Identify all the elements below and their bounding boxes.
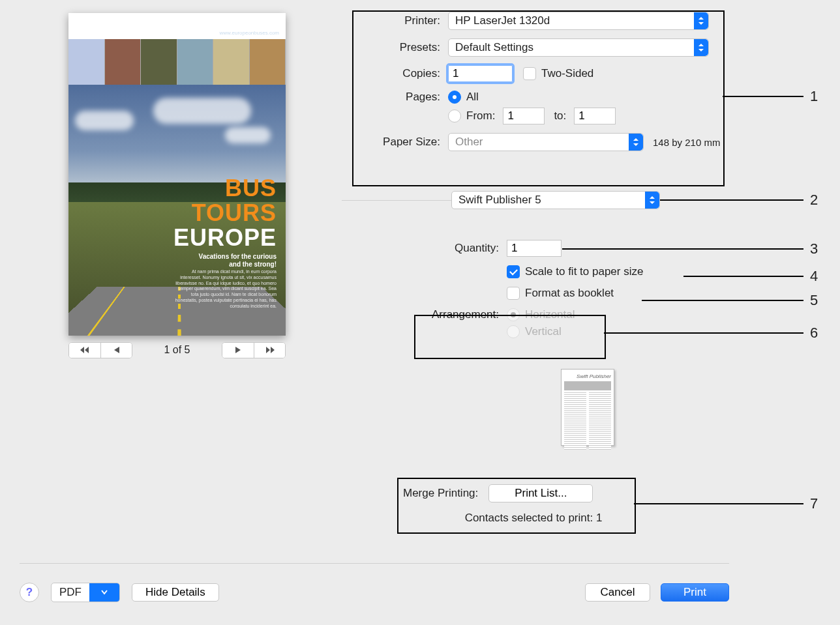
arrangement-thumbnail: Swift Publisher [561, 369, 614, 446]
dialog-bottom-bar: ? PDF Hide Details Cancel Print [0, 579, 749, 605]
pages-all-radio[interactable] [448, 91, 461, 104]
pages-from-radio[interactable] [448, 109, 461, 123]
quantity-label: Quantity: [355, 242, 499, 255]
print-list-button[interactable]: Print List... [488, 484, 593, 502]
chevron-down-icon [89, 583, 119, 602]
pages-to-input[interactable] [574, 108, 616, 124]
presets-select[interactable]: Default Settings [448, 38, 709, 57]
preview-body: At nam prima dicat mundi, in eum corpora… [172, 269, 277, 309]
preview-headline-2: TOURS [173, 201, 277, 225]
paper-size-label: Paper Size: [355, 136, 440, 149]
arrangement-horizontal-label: Horizontal [525, 308, 575, 321]
page-counter: 1 of 5 [164, 344, 190, 356]
first-page-button[interactable] [69, 343, 100, 358]
printer-select[interactable]: HP LaserJet 1320d [448, 12, 709, 30]
callout-3: 3 [810, 240, 818, 257]
next-page-button[interactable] [222, 343, 254, 358]
scale-label: Scale to fit to paper size [525, 265, 643, 278]
preview-headline-3: EUROPE [173, 225, 277, 250]
copies-label: Copies: [355, 67, 440, 80]
hide-details-button[interactable]: Hide Details [132, 583, 219, 602]
merge-status: Contacts selected to print: 1 [403, 512, 664, 525]
app-options-select[interactable]: Swift Publisher 5 [451, 191, 660, 209]
callout-1: 1 [810, 88, 818, 105]
last-page-button[interactable] [254, 343, 285, 358]
pages-from-input[interactable] [503, 108, 545, 124]
scale-checkbox[interactable] [507, 265, 520, 278]
paper-size-dimensions: 148 by 210 mm [653, 137, 720, 148]
preview-nav: 1 of 5 [68, 341, 286, 359]
help-icon: ? [26, 586, 33, 599]
booklet-label: Format as booklet [525, 287, 614, 300]
arrangement-vertical-label: Vertical [525, 325, 562, 338]
separator [20, 563, 729, 564]
pages-label: Pages: [355, 91, 440, 104]
callout-5: 5 [810, 292, 818, 309]
updown-arrows-icon [694, 12, 708, 29]
updown-arrows-icon [645, 192, 659, 209]
arrangement-vertical-radio [507, 325, 520, 338]
preview-company-url: www.europeonbuses.com [206, 31, 279, 36]
pdf-menu-button[interactable]: PDF [51, 583, 120, 602]
printer-label: Printer: [355, 14, 440, 27]
merge-printing: Merge Printing: Print List... Contacts s… [403, 484, 664, 525]
preview-headline-1: BUS [173, 176, 277, 201]
updown-arrows-icon [629, 134, 643, 151]
preview-tagline-1: Vacations for the curious [199, 253, 277, 261]
print-button[interactable]: Print [661, 583, 729, 602]
prev-page-button[interactable] [100, 343, 132, 358]
booklet-checkbox[interactable] [507, 287, 520, 300]
copies-input[interactable] [448, 65, 513, 82]
quantity-input[interactable] [507, 240, 562, 257]
callout-7: 7 [810, 495, 818, 512]
app-settings: Quantity: Scale to fit to paper size For… [355, 240, 721, 347]
help-button[interactable]: ? [20, 583, 39, 602]
preview-tagline-2: and the strong! [199, 261, 277, 269]
cancel-button[interactable]: Cancel [585, 583, 650, 602]
merge-label: Merge Printing: [403, 487, 478, 500]
print-dialog: Europe on Buses Inc. www.europeonbuses.c… [0, 0, 794, 625]
two-sided-checkbox[interactable] [523, 67, 536, 80]
callout-6: 6 [810, 325, 818, 342]
pages-from-label: From: [466, 109, 495, 123]
pages-all-label: All [466, 91, 479, 104]
arrangement-label: Arrangement: [355, 308, 499, 321]
callout-4: 4 [810, 268, 818, 285]
updown-arrows-icon [694, 39, 708, 56]
paper-size-select[interactable]: Other [448, 133, 644, 151]
divider [342, 200, 453, 201]
print-settings: Printer: HP LaserJet 1320d Presets: Defa… [355, 12, 781, 160]
presets-label: Presets: [355, 41, 440, 54]
pages-to-label: to: [554, 109, 566, 123]
two-sided-label: Two-Sided [541, 67, 593, 80]
arrangement-horizontal-radio [507, 308, 520, 321]
print-preview-page: Europe on Buses Inc. www.europeonbuses.c… [68, 13, 286, 336]
callout-2: 2 [810, 192, 818, 209]
